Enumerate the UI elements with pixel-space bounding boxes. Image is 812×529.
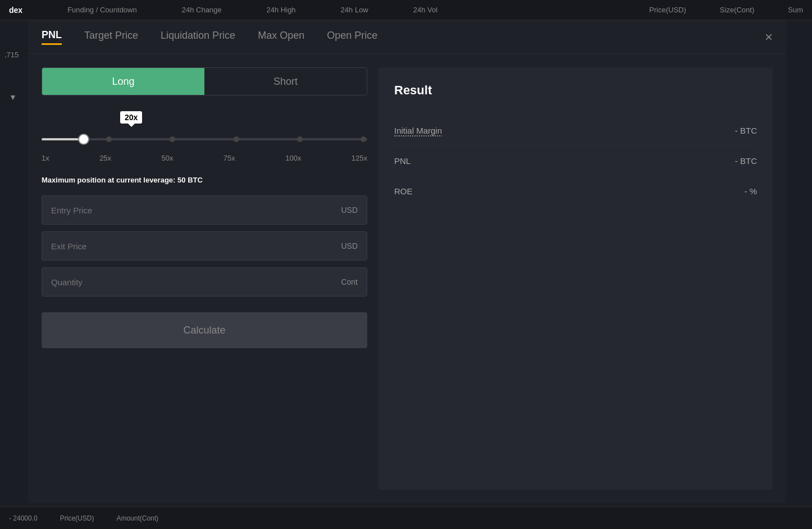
exit-price-suffix: USD (341, 241, 358, 250)
tab-max-open[interactable]: Max Open (258, 30, 304, 44)
dot-50x (170, 136, 175, 142)
result-row-pnl: PNL - BTC (394, 146, 757, 176)
roe-label: ROE (394, 186, 413, 196)
high-label: 24h High (267, 6, 296, 14)
sum-col: Sum (788, 6, 803, 14)
top-bar-right: Price(USD) Size(Cont) Sum (649, 6, 803, 14)
entry-price-field[interactable]: USD (42, 195, 367, 225)
dot-125x (361, 136, 366, 142)
entry-price-group: USD (42, 195, 367, 225)
quantity-field[interactable]: Cont (42, 267, 367, 297)
content-area: Long Short 20x (28, 54, 786, 503)
result-panel: Result Initial Margin - BTC PNL - BTC RO… (378, 67, 773, 490)
slider-thumb[interactable] (78, 134, 89, 145)
tab-target-price[interactable]: Target Price (84, 30, 138, 44)
dot-25x (106, 136, 112, 142)
short-button[interactable]: Short (204, 68, 367, 95)
label-1x: 1x (42, 154, 49, 162)
bottom-bar: - 24000.0 Price(USD) Amount(Cont) (0, 507, 812, 529)
label-100x: 100x (285, 154, 301, 162)
entry-price-suffix: USD (341, 206, 358, 215)
leverage-section: 20x (42, 111, 367, 162)
quantity-input[interactable] (51, 277, 341, 287)
label-25x: 25x (99, 154, 111, 162)
exit-price-group: USD (42, 231, 367, 261)
vol-label: 24h Vol (413, 6, 437, 14)
initial-margin-label: Initial Margin (394, 126, 442, 135)
exit-price-input[interactable] (51, 241, 341, 251)
slider-container[interactable] (42, 128, 367, 151)
label-50x: 50x (161, 154, 173, 162)
slider-labels: 1x 25x 50x 75x 100x 125x (42, 154, 367, 162)
tab-liquidation-price[interactable]: Liquidation Price (161, 30, 235, 44)
entry-price-input[interactable] (51, 206, 341, 215)
label-125x: 125x (352, 154, 367, 162)
bottom-amount: Amount(Cont) (116, 514, 158, 522)
calculate-button[interactable]: Calculate (42, 312, 367, 348)
quantity-suffix: Cont (341, 277, 358, 286)
low-label: 24h Low (341, 6, 368, 14)
bottom-price-usd: Price(USD) (60, 514, 94, 522)
dot-75x (234, 136, 239, 142)
brand-label: dex (9, 6, 22, 15)
price-usd-col: Price(USD) (649, 6, 686, 14)
result-row-roe: ROE - % (394, 176, 757, 206)
funding-label: Funding / Countdown (67, 6, 137, 14)
change-label: 24h Change (182, 6, 222, 14)
roe-value: - % (745, 186, 758, 196)
tab-open-price[interactable]: Open Price (327, 30, 377, 44)
quantity-group: Cont (42, 267, 367, 297)
calculator-modal: PNL Target Price Liquidation Price Max O… (28, 20, 786, 503)
long-short-toggle: Long Short (42, 67, 367, 95)
dropdown-arrow-icon: ▼ (9, 93, 17, 102)
leverage-tooltip: 20x (120, 111, 142, 124)
label-75x: 75x (223, 154, 235, 162)
left-price-value: ,715 (4, 51, 19, 59)
size-cont-col: Size(Cont) (720, 6, 754, 14)
long-button[interactable]: Long (42, 68, 204, 95)
pnl-label: PNL (394, 156, 410, 166)
tabs-row: PNL Target Price Liquidation Price Max O… (28, 20, 786, 54)
slider-dots (42, 136, 367, 142)
slider-track (42, 138, 367, 140)
top-bar: dex Funding / Countdown 24h Change 24h H… (0, 0, 812, 20)
exit-price-field[interactable]: USD (42, 231, 367, 261)
pnl-value: - BTC (735, 156, 757, 166)
max-position-text: Maximum position at current leverage: 50… (42, 176, 367, 184)
close-button[interactable]: × (765, 29, 773, 45)
left-panel: Long Short 20x (42, 67, 367, 490)
result-title: Result (394, 83, 757, 98)
tab-pnl[interactable]: PNL (42, 29, 62, 45)
dot-100x (297, 136, 303, 142)
initial-margin-value: - BTC (735, 126, 757, 135)
result-row-initial-margin: Initial Margin - BTC (394, 116, 757, 146)
bottom-price: - 24000.0 (9, 514, 38, 522)
